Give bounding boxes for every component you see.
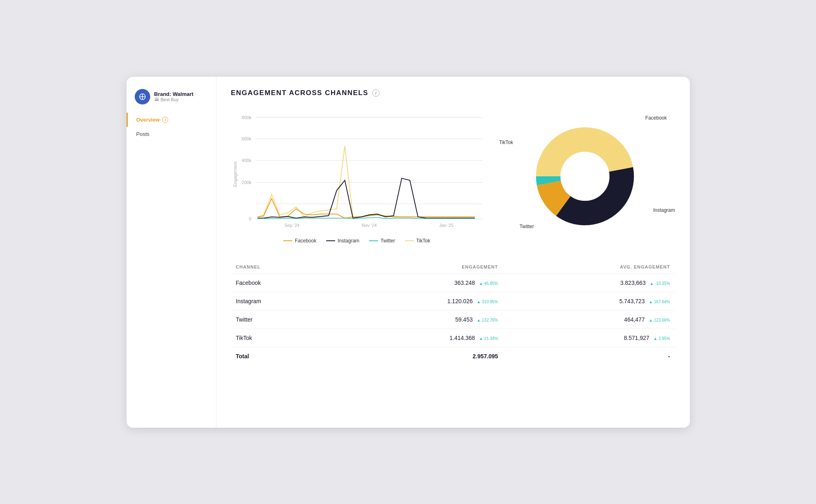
avg-twitter: 464,477 ▲ 123.66% <box>503 310 675 329</box>
avg-badge-instagram: ▲ 167.64% <box>649 300 670 304</box>
total-engagement: 2.957.095 <box>331 347 503 365</box>
brand-header: Brand: Walmart Best Buy <box>127 85 216 113</box>
brand-icon <box>135 89 150 104</box>
svg-rect-5 <box>155 98 159 98</box>
donut-chart-svg <box>532 123 638 229</box>
svg-rect-3 <box>155 100 159 101</box>
avg-badge-facebook: ▲ -10.35% <box>650 281 670 286</box>
sidebar: Brand: Walmart Best Buy Overview i Posts <box>127 77 216 428</box>
avg-instagram: 5.743,723 ▲ 167.64% <box>503 292 675 310</box>
legend-label-tiktok: TikTok <box>416 238 430 244</box>
nav-label-overview: Overview <box>136 117 160 123</box>
section-title-text: ENGAGEMENT ACROSS CHANNELS <box>231 89 369 97</box>
table-row: TikTok 1.414.368 ▲ 21.34% 8.571,927 ▲ 2.… <box>231 329 675 347</box>
channel-instagram: Instagram <box>231 292 331 310</box>
svg-text:Jan '25: Jan '25 <box>439 223 454 228</box>
col-header-avg-engagement: AVG. ENGAGEMENT <box>503 260 675 274</box>
table-row: Instagram 1.120.026 ▲ 310.95% 5.743,723 … <box>231 292 675 310</box>
legend-facebook: Facebook <box>283 238 316 244</box>
svg-text:400k: 400k <box>242 158 251 163</box>
avg-badge-twitter: ▲ 123.66% <box>649 318 670 322</box>
svg-text:Sep '24: Sep '24 <box>284 223 299 228</box>
legend-line-twitter <box>369 240 378 241</box>
section-title: ENGAGEMENT ACROSS CHANNELS i <box>231 89 675 97</box>
title-info-icon[interactable]: i <box>372 89 380 97</box>
donut-label-instagram: Instagram <box>653 207 675 213</box>
data-table: CHANNEL ENGAGEMENT AVG. ENGAGEMENT Faceb… <box>231 260 675 365</box>
nav-item-overview[interactable]: Overview i <box>127 113 216 127</box>
avg-badge-tiktok: ▲ 2.95% <box>653 336 670 341</box>
legend-line-instagram <box>326 240 335 241</box>
engagement-twitter: 59.453 ▲ 132.76% <box>331 310 503 329</box>
engagement-badge-twitter: ▲ 132.76% <box>477 318 498 322</box>
channel-tiktok: TikTok <box>231 329 331 347</box>
engagement-facebook: 363.248 ▲ 46.85% <box>331 273 503 292</box>
nav-item-posts[interactable]: Posts <box>127 127 216 141</box>
channel-twitter: Twitter <box>231 310 331 329</box>
table-row: Facebook 363.248 ▲ 46.85% 3.823,663 ▲ -1… <box>231 273 675 292</box>
donut-label-twitter: Twitter <box>520 224 534 229</box>
charts-area: 800k 600k 400k 200k 0 Engagement Sep '24… <box>231 107 675 246</box>
legend-label-facebook: Facebook <box>295 238 316 244</box>
layers-icon <box>154 97 159 102</box>
legend-instagram: Instagram <box>326 238 359 244</box>
legend-label-twitter: Twitter <box>380 238 395 244</box>
brand-sub-text: Best Buy <box>161 97 179 102</box>
svg-rect-4 <box>155 99 159 100</box>
brand-text: Brand: Walmart Best Buy <box>154 91 193 102</box>
nav-label-posts: Posts <box>136 131 150 137</box>
total-label: Total <box>231 347 331 365</box>
svg-point-25 <box>560 152 609 201</box>
svg-text:Engagement: Engagement <box>232 161 237 187</box>
svg-text:800k: 800k <box>242 115 251 120</box>
engagement-instagram: 1.120.026 ▲ 310.95% <box>331 292 503 310</box>
svg-text:Nov '24: Nov '24 <box>362 223 377 228</box>
donut-label-facebook: Facebook <box>645 115 667 121</box>
main-content: ENGAGEMENT ACROSS CHANNELS i 800k 600k <box>216 77 690 428</box>
channel-facebook: Facebook <box>231 273 331 292</box>
engagement-tiktok: 1.414.368 ▲ 21.34% <box>331 329 503 347</box>
engagement-badge-tiktok: ▲ 21.34% <box>479 336 498 341</box>
svg-text:200k: 200k <box>242 180 251 184</box>
table-row-total: Total 2.957.095 - <box>231 347 675 365</box>
legend-tiktok: TikTok <box>405 238 430 244</box>
app-wrapper: Brand: Walmart Best Buy Overview i Posts <box>127 77 690 428</box>
legend-label-instagram: Instagram <box>338 238 359 244</box>
table-row: Twitter 59.453 ▲ 132.76% 464,477 ▲ 123.6… <box>231 310 675 329</box>
overview-info-icon[interactable]: i <box>162 117 168 123</box>
svg-text:600k: 600k <box>242 136 251 141</box>
legend-twitter: Twitter <box>369 238 395 244</box>
donut-label-tiktok: TikTok <box>499 140 513 145</box>
line-chart-svg: 800k 600k 400k 200k 0 Engagement Sep '24… <box>231 109 483 231</box>
legend-line-tiktok <box>405 240 414 241</box>
avg-facebook: 3.823,663 ▲ -10.35% <box>503 273 675 292</box>
avg-tiktok: 8.571,927 ▲ 2.95% <box>503 329 675 347</box>
brand-name: Brand: Walmart <box>154 91 193 97</box>
col-header-engagement: ENGAGEMENT <box>331 260 503 274</box>
total-avg: - <box>503 347 675 365</box>
engagement-badge-facebook: ▲ 46.85% <box>479 281 498 286</box>
col-header-channel: CHANNEL <box>231 260 331 274</box>
engagement-badge-instagram: ▲ 310.95% <box>477 300 498 304</box>
svg-text:0: 0 <box>249 216 251 221</box>
line-chart-container: 800k 600k 400k 200k 0 Engagement Sep '24… <box>231 109 483 244</box>
legend-line-facebook <box>283 240 292 241</box>
chart-legend: Facebook Instagram Twitter TikTok <box>231 238 483 244</box>
donut-chart-container: Facebook Instagram TikTok Twitter <box>495 107 675 246</box>
brand-sub: Best Buy <box>154 97 193 102</box>
